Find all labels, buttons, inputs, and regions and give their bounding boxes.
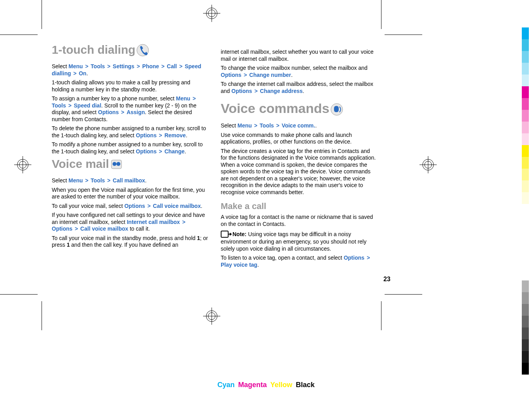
caret-icon: > <box>105 63 113 69</box>
menu-link: Call <box>167 63 177 69</box>
heading-voicemail: Voice mail <box>52 157 123 171</box>
menu-link: Menu <box>69 63 83 69</box>
paragraph: Select Menu > Tools > Settings > Phone >… <box>52 63 208 77</box>
menu-link: Play voice tag <box>221 262 257 268</box>
text: and then the call key. If you have defin… <box>70 242 178 248</box>
yellow-label: Yellow <box>269 381 293 389</box>
menu-link: Tools <box>52 102 66 109</box>
paragraph: To call your voice mail, select Options … <box>52 203 208 210</box>
caret-icon: > <box>83 63 91 69</box>
registration-mark <box>419 156 437 173</box>
text: . <box>303 88 304 94</box>
voice-command-icon <box>330 103 343 116</box>
menu-link: Call mailbox <box>113 177 145 184</box>
registration-mark <box>14 156 31 173</box>
heading-text: 1-touch dialing <box>52 43 135 56</box>
menu-link: Options <box>136 132 157 138</box>
paragraph: 1-touch dialing allows you to make a cal… <box>52 79 208 93</box>
paragraph: Select Menu > Tools > Call mailbox. <box>52 177 208 184</box>
paragraph: To call your voice mail in the standby m… <box>52 235 208 249</box>
caret-icon: > <box>177 63 185 69</box>
caret-icon: > <box>83 177 91 184</box>
menu-link: Change number <box>249 72 291 78</box>
left-column: 1-touch dialing Select Menu > Tools > Se… <box>52 43 208 286</box>
crop-mark <box>0 35 38 35</box>
text: . <box>145 177 147 184</box>
svg-point-19 <box>116 162 120 166</box>
paragraph: To listen to a voice tag, open a contact… <box>221 255 377 268</box>
menu-link: Change address <box>260 88 303 94</box>
crop-mark <box>381 0 381 29</box>
crop-mark <box>0 294 38 295</box>
text: . <box>291 72 292 78</box>
caret-icon: > <box>66 102 74 109</box>
paragraph: To delete the phone number assigned to a… <box>52 125 208 139</box>
note-icon <box>221 230 232 238</box>
paragraph: Use voice commands to make phone calls a… <box>221 132 377 146</box>
color-calibration-strip <box>522 27 529 204</box>
gray-calibration-strip <box>522 280 529 375</box>
paragraph: To modify a phone number assigned to a n… <box>52 141 208 155</box>
text: . <box>185 148 186 155</box>
caret-icon: > <box>73 226 80 232</box>
text: To change the voice mailbox number, sele… <box>221 65 367 71</box>
paragraph: Note: Using voice tags may be difficult … <box>221 230 377 252</box>
menu-link: Change <box>164 148 184 155</box>
menu-link: Options <box>136 148 157 155</box>
menu-link: Options <box>344 255 365 261</box>
right-column: internet call mailbox, select whether yo… <box>221 43 377 286</box>
menu-link: Options <box>124 203 145 209</box>
menu-link: On <box>79 70 86 76</box>
menu-link: Call voice mailbox <box>80 226 128 232</box>
heading-voice-commands: Voice commands <box>221 101 343 116</box>
paragraph: To change the voice mailbox number, sele… <box>221 65 377 78</box>
menu-link: Menu <box>69 177 83 184</box>
text: . <box>186 132 187 138</box>
menu-link: Remove <box>164 132 185 138</box>
text: . <box>315 122 317 129</box>
crop-mark <box>385 35 422 35</box>
paragraph: To assign a number key to a phone number… <box>52 95 208 123</box>
note-label: Note: <box>232 231 248 237</box>
magenta-label: Magenta <box>237 381 267 389</box>
text: to call it. <box>128 226 150 232</box>
paragraph: internet call mailbox, select whether yo… <box>221 49 377 62</box>
text: . <box>86 70 88 76</box>
caret-icon: > <box>156 132 164 138</box>
cyan-label: Cyan <box>216 381 235 389</box>
menu-link: Menu <box>238 122 252 129</box>
paragraph: If you have configured net call settings… <box>52 212 208 233</box>
page-number: 23 <box>383 276 390 283</box>
heading-1touch: 1-touch dialing <box>52 43 149 57</box>
paragraph: Select Menu > Tools > Voice comm.. <box>221 122 377 129</box>
crop-mark <box>381 301 381 330</box>
paragraph: The device creates a voice tag for the e… <box>221 148 377 196</box>
phone-icon <box>136 44 149 57</box>
page-content: 1-touch dialing Select Menu > Tools > Se… <box>52 43 377 286</box>
paragraph: When you open the Voice mail application… <box>52 187 208 200</box>
menu-link: Phone <box>142 63 159 69</box>
voicemail-icon <box>110 158 123 171</box>
caret-icon: > <box>274 122 282 129</box>
key-1: 1 <box>67 242 70 248</box>
menu-link: Settings <box>113 63 134 69</box>
text: To listen to a voice tag, open a contact… <box>221 255 344 261</box>
caret-icon: > <box>145 203 153 209</box>
caret-icon: > <box>252 122 260 129</box>
menu-link: Speed dial <box>74 102 101 109</box>
menu-link: Options <box>98 109 119 115</box>
svg-point-18 <box>113 162 116 166</box>
menu-link: Options <box>221 72 241 78</box>
caret-icon: > <box>71 70 79 76</box>
crop-mark <box>42 301 42 330</box>
heading-make-a-call: Make a call <box>221 201 377 211</box>
menu-link: Menu <box>176 95 191 102</box>
text: To call your voice mail in the standby m… <box>52 235 197 241</box>
registration-mark <box>203 307 220 325</box>
paragraph: A voice tag for a contact is the name or… <box>221 214 377 227</box>
caret-icon: > <box>119 109 127 115</box>
menu-link: Options <box>231 88 252 94</box>
menu-link: Options <box>52 226 73 232</box>
text: Select <box>52 63 69 69</box>
menu-link: Tools <box>91 177 105 184</box>
